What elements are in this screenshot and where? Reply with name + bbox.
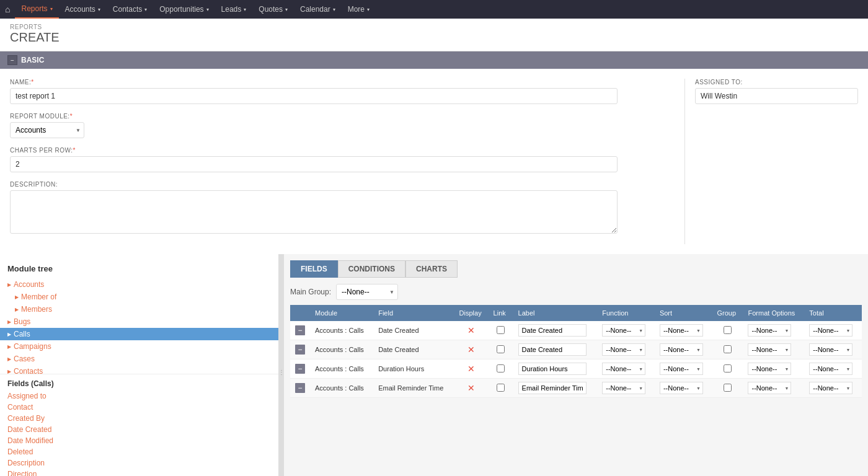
label-input[interactable] [518, 343, 587, 356]
total-select[interactable]: --None-- [809, 363, 852, 375]
name-input[interactable] [10, 88, 618, 104]
nav-item-opportunities[interactable]: Opportunities ▾ [153, 0, 215, 19]
tab-charts[interactable]: CHARTS [405, 260, 458, 278]
field-item-date-modified[interactable]: Date Modified [7, 435, 271, 446]
breadcrumb: REPORTS [10, 24, 858, 30]
col-module: Module [310, 305, 373, 321]
tree-item-accounts[interactable]: ▶ Accounts [0, 278, 278, 291]
display-x-icon[interactable]: ✕ [467, 364, 475, 374]
display-x-icon[interactable]: ✕ [467, 325, 475, 335]
function-select-wrapper: --None--COUNTSUMAVG [602, 363, 645, 375]
remove-row-button[interactable]: − [295, 325, 305, 335]
col-sort: Sort [655, 305, 712, 321]
sort-select[interactable]: --None--ASCDESC [660, 363, 703, 375]
group-checkbox[interactable] [724, 326, 732, 334]
cell-field: Date Created [373, 340, 454, 359]
format-options-select[interactable]: --None-- [748, 363, 791, 375]
remove-row-button[interactable]: − [295, 383, 305, 393]
total-select[interactable]: --None-- [809, 382, 852, 394]
tree-item-bugs[interactable]: ▶ Bugs [0, 315, 278, 328]
tree-item-campaigns[interactable]: ▶ Campaigns [0, 340, 278, 353]
format-options-select[interactable]: --None-- [748, 324, 791, 337]
link-checkbox[interactable] [497, 326, 505, 334]
group-checkbox[interactable] [724, 345, 732, 353]
link-checkbox[interactable] [497, 345, 505, 353]
nav-item-accounts[interactable]: Accounts ▾ [59, 0, 107, 19]
remove-row-button[interactable]: − [295, 364, 305, 374]
cell-total: --None-- [804, 321, 862, 340]
group-checkbox[interactable] [724, 364, 732, 372]
sort-select[interactable]: --None--ASCDESC [660, 343, 703, 356]
nav-item-more[interactable]: More ▾ [342, 0, 376, 19]
function-select[interactable]: --None--COUNTSUMAVG [602, 343, 645, 356]
cell-link [489, 340, 513, 359]
tab-conditions[interactable]: CONDITIONS [338, 260, 405, 278]
basic-section-header: − BASIC [0, 51, 868, 69]
home-icon[interactable]: ⌂ [5, 4, 10, 14]
charts-per-row-input[interactable] [10, 156, 618, 172]
field-item-contact[interactable]: Contact [7, 402, 271, 413]
function-select[interactable]: --None--COUNTSUMAVG [602, 363, 645, 375]
cell-format-options: --None-- [743, 321, 804, 340]
page-header: REPORTS CREATE [0, 19, 868, 51]
format-options-select[interactable]: --None-- [748, 343, 791, 356]
tree-item-member-of[interactable]: ▶ Member of [0, 291, 278, 303]
label-input[interactable] [518, 363, 587, 375]
total-select[interactable]: --None-- [809, 343, 852, 356]
charts-per-row-label: CHARTS PER ROW:* [10, 147, 675, 154]
sort-select[interactable]: --None--ASCDESC [660, 324, 703, 337]
col-function: Function [597, 305, 655, 321]
sort-select[interactable]: --None--ASCDESC [660, 382, 703, 394]
remove-row-button[interactable]: − [295, 345, 305, 355]
display-x-icon[interactable]: ✕ [467, 383, 475, 393]
table-row: −Accounts : CallsDuration Hours✕--None--… [290, 359, 862, 379]
link-checkbox[interactable] [497, 364, 505, 372]
nav-item-leads[interactable]: Leads ▾ [215, 0, 253, 19]
nav-item-reports[interactable]: Reports ▾ [15, 0, 58, 19]
tree-item-calls[interactable]: ▶ Calls [0, 328, 278, 340]
main-group-select[interactable]: --None-- [336, 284, 398, 300]
cell-function: --None--COUNTSUMAVG [597, 340, 655, 359]
nav-item-quotes[interactable]: Quotes ▾ [252, 0, 294, 19]
col-format-options: Format Options [743, 305, 804, 321]
report-module-select[interactable]: Accounts Contacts Leads Opportunities [10, 122, 84, 138]
total-select[interactable]: --None-- [809, 324, 852, 337]
nav-item-contacts[interactable]: Contacts ▾ [107, 0, 153, 19]
cell-display: ✕ [454, 340, 489, 359]
tree-item-cases[interactable]: ▶ Cases [0, 353, 278, 365]
label-input[interactable] [518, 324, 587, 337]
tree-item-contacts[interactable]: ▶ Contacts [0, 365, 278, 374]
label-input[interactable] [518, 382, 587, 394]
cell-format-options: --None-- [743, 340, 804, 359]
collapse-basic-button[interactable]: − [7, 55, 17, 65]
tree-scroll-area[interactable]: ▶ Accounts ▶ Member of ▶ Members ▶ Bugs … [0, 278, 278, 374]
field-item-deleted[interactable]: Deleted [7, 446, 271, 457]
field-item-assigned-to[interactable]: Assigned to [7, 390, 271, 402]
tab-fields[interactable]: FIELDS [290, 260, 338, 278]
field-item-created-by[interactable]: Created By [7, 413, 271, 424]
nav-item-calendar[interactable]: Calendar ▾ [294, 0, 342, 19]
field-item-description[interactable]: Description [7, 457, 271, 469]
field-item-date-created[interactable]: Date Created [7, 424, 271, 435]
basic-section-label: BASIC [21, 56, 44, 64]
tree-item-members[interactable]: ▶ Members [0, 303, 278, 315]
cell-total: --None-- [804, 379, 862, 398]
group-checkbox[interactable] [724, 384, 732, 392]
function-select[interactable]: --None--COUNTSUMAVG [602, 382, 645, 394]
cell-link [489, 379, 513, 398]
field-item-direction[interactable]: Direction [7, 469, 271, 476]
format-options-select[interactable]: --None-- [748, 382, 791, 394]
assigned-to-label: ASSIGNED TO: [695, 79, 858, 86]
cell-format-options: --None-- [743, 359, 804, 379]
description-input[interactable] [10, 190, 618, 234]
function-select[interactable]: --None--COUNTSUMAVG [602, 324, 645, 337]
arrow-icon: ▶ [7, 282, 11, 288]
nav-arrow-accounts: ▾ [98, 7, 100, 12]
drag-divider[interactable]: ⋮ [279, 254, 284, 476]
display-x-icon[interactable]: ✕ [467, 345, 475, 355]
link-checkbox[interactable] [497, 384, 505, 392]
cell-module: Accounts : Calls [310, 321, 373, 340]
report-module-select-wrapper: Accounts Contacts Leads Opportunities [10, 122, 84, 138]
col-remove [290, 305, 310, 321]
assigned-to-input[interactable] [695, 88, 858, 104]
